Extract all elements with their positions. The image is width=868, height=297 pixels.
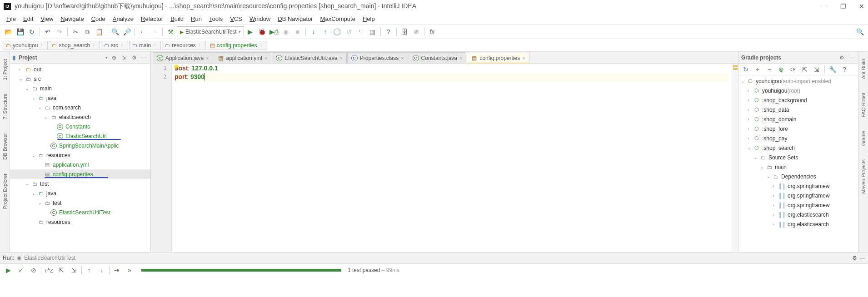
close-tab-icon[interactable]: × [264,55,267,61]
breadcrumb-youhuigou[interactable]: 🗀youhuigou〉 [3,41,48,50]
gradle-item-Dependencies[interactable]: ⌄🗀Dependencies [738,172,858,181]
gradle-item-youhuigou[interactable]: ›⬡youhuigou (root) [738,86,858,95]
execute-icon[interactable]: ⊚ [776,64,787,75]
cut-icon[interactable]: ✂ [70,26,81,37]
tree-item-Constants[interactable]: CConstants [10,122,150,131]
menu-run[interactable]: Run [187,15,205,23]
replace-icon[interactable]: 🔎 [121,26,132,37]
add-icon[interactable]: + [752,64,763,75]
forward-icon[interactable]: → [149,26,160,37]
collapse-all-icon[interactable]: ⇲ [120,54,128,61]
tree-item-application.yml[interactable]: ▤application.yml [10,160,150,169]
editor-scrollbar[interactable] [732,64,738,252]
menu-file[interactable]: File [3,15,20,23]
tab-Constants.java[interactable]: CConstants.java× [409,52,467,63]
menu-edit[interactable]: Edit [20,15,37,23]
tree-item-resources[interactable]: ⌄🗀resources [10,150,150,160]
close-button[interactable]: ✕ [859,3,864,10]
stop-icon[interactable]: ■ [292,26,303,37]
help-icon[interactable]: ? [383,26,394,37]
rail-Maven-Projects[interactable]: Maven Projects [861,155,866,198]
tree-item-resources[interactable]: 🗀resources [10,217,150,227]
undo-icon[interactable]: ↶ [42,26,53,37]
run-icon[interactable]: ▶ [245,26,256,37]
menu-tools[interactable]: Tools [205,15,226,23]
build-icon[interactable]: ⚒ [165,26,176,37]
save-all-icon[interactable]: 💾 [15,26,25,37]
gradle-sync-icon[interactable]: ⟳ [788,64,798,75]
tree-item-test[interactable]: ⌄🗀test [10,198,150,208]
tree-item-ElasticSearchUtilTest[interactable]: CElasticSearchUtilTest [10,208,150,217]
warning-marker-icon[interactable] [733,65,738,67]
fx-icon[interactable]: fx [427,26,438,37]
copy-icon[interactable]: ⧉ [82,26,93,37]
gradle-item-:shop_background[interactable]: ›⬡:shop_background [738,95,858,105]
gradle-item-:shop_domain[interactable]: ›⬡:shop_domain [738,114,858,124]
collapse-icon[interactable]: ⇲ [811,64,822,75]
hide-icon[interactable]: — [860,255,865,261]
open-icon[interactable]: 📂 [3,26,14,37]
gear-icon[interactable]: ⚙ [852,255,857,261]
menu-navigate[interactable]: Navigate [57,15,87,23]
gear-icon[interactable]: ⚙ [838,54,845,61]
gradle-item-org.springframew[interactable]: ›║║org.springframew [738,191,858,200]
breadcrumb-config.properties[interactable]: ▤config.properties〉 [207,41,267,50]
hide-icon[interactable]: — [140,54,148,61]
tree-item-java[interactable]: ⌄🗀java [10,188,150,198]
menu-window[interactable]: Window [246,15,274,23]
gradle-item-youhuigou[interactable]: ⌄⬡youhuigou (auto-import enabled [738,76,858,86]
tree-item-elasticsearch[interactable]: ⌄🗀elasticsearch [10,112,150,122]
rerun-icon[interactable]: ▶ [3,265,14,275]
paste-icon[interactable]: 📋 [94,26,105,37]
close-tab-icon[interactable]: × [339,55,342,61]
rail-Gradle[interactable]: Gradle [861,126,866,150]
tree-item-out[interactable]: ›🗀out [10,64,150,74]
menu-build[interactable]: Build [167,15,187,23]
gradle-item-org.elasticsearch[interactable]: ›║║org.elasticsearch [738,219,858,229]
maximize-button[interactable]: ❐ [840,3,846,10]
rail-FAQ-Robot[interactable]: FAQ Robot [861,88,866,122]
hide-icon[interactable]: — [848,54,855,61]
tab-Application.java[interactable]: CApplication.java× [153,52,213,63]
tree-item-java[interactable]: ⌄🗀java [10,93,150,103]
menu-code[interactable]: Code [88,15,109,23]
next-test-icon[interactable]: ↓ [96,265,107,275]
breadcrumb-shop_search[interactable]: 🗀shop_search〉 [49,41,100,50]
intention-bulb-icon[interactable]: 💡 [173,64,180,71]
menu-db-navigator[interactable]: DB Navigator [274,15,316,23]
close-tab-icon[interactable]: × [522,55,525,61]
gear-icon[interactable]: ⚙ [130,54,138,61]
help-icon[interactable]: ? [839,64,850,75]
db-icon[interactable]: 🗄 [399,26,410,37]
run-config-selector[interactable]: ▶ ElasticSearchUtilTest ▾ [177,26,244,37]
tree-item-com.search[interactable]: ⌄🗀com.search [10,103,150,112]
gradle-item-Source Sets[interactable]: ⌄🗀Source Sets [738,153,858,162]
menu-view[interactable]: View [37,15,57,23]
scroll-from-source-icon[interactable]: ⊕ [110,54,118,61]
menu-vcs[interactable]: VCS [226,15,246,23]
breadcrumb-resources[interactable]: 🗀resources〉 [162,41,206,50]
menu-maxcompute[interactable]: MaxCompute [317,15,359,23]
back-icon[interactable]: ← [137,26,148,37]
branch-icon[interactable]: ⑂ [355,26,366,37]
gradle-item-main[interactable]: ⌄🗀main [738,162,858,172]
profile-icon[interactable]: ◉ [280,26,291,37]
gradle-item-:shop_data[interactable]: ›⬡:shop_data [738,105,858,114]
expand-icon[interactable]: ⇱ [799,64,810,75]
settings-icon[interactable]: 🔧 [827,64,838,75]
tab-ElasticSearchUtil.java[interactable]: CElasticSearchUtil.java× [272,52,346,63]
tab-config.properties[interactable]: ▤config.properties× [467,53,529,64]
tree-item-test[interactable]: ⌄🗀test [10,179,150,188]
gradle-item-org.springframew[interactable]: ›║║org.springframew [738,200,858,210]
tab-application.yml[interactable]: ▤application.yml× [214,52,272,63]
collapse-tests-icon[interactable]: ⇲ [69,265,80,275]
rail-Ant-Build[interactable]: Ant Build [861,54,866,84]
sort-icon[interactable]: ↓ᴬz [43,265,54,275]
structure-icon[interactable]: ▦ [367,26,378,37]
menu-help[interactable]: Help [359,15,379,23]
more-icon[interactable]: » [124,265,135,275]
gradle-item-:shop_fore[interactable]: ›⬡:shop_fore [738,124,858,134]
vcs-commit-icon[interactable]: ↑ [320,26,331,37]
vcs-history-icon[interactable]: 🕒 [332,26,343,37]
vcs-update-icon[interactable]: ↓ [308,26,319,37]
